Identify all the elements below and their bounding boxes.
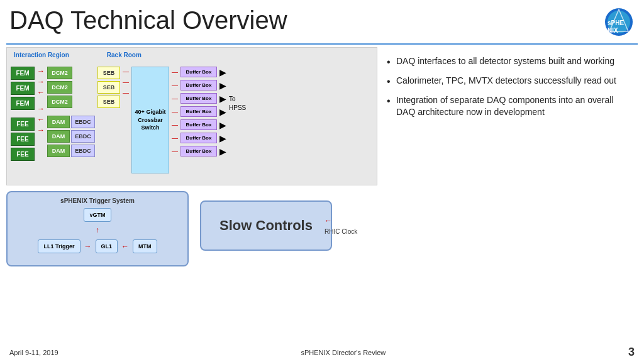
dcm-box-2: DCM2 xyxy=(47,81,72,94)
ebdc-box-1: EBDC xyxy=(71,116,95,128)
footer-event: sPHENIX Director's Review xyxy=(301,349,386,356)
fee-box-1: FEE xyxy=(11,118,35,131)
crossbar-label: 40+ GigabitCrossbarSwitch xyxy=(135,108,166,132)
seb-box-1: SEB xyxy=(97,67,120,79)
trigger-title: sPHENIX Trigger System xyxy=(13,197,182,204)
footer: April 9-11, 2019 sPHENIX Director's Revi… xyxy=(0,346,644,359)
gl1-box: GL1 xyxy=(96,239,118,253)
rhic-clock-area: ← RHIC Clock xyxy=(325,216,357,241)
trigger-bottom-row: LL1 Trigger → GL1 ← MTM xyxy=(13,239,182,253)
slow-controls-area: Slow Controls xyxy=(200,207,332,251)
bullet-list: DAQ interfaces to all detector systems b… xyxy=(387,55,631,118)
sphenix-logo: sPHE NIX xyxy=(584,6,635,41)
vgtm-box: vGTM xyxy=(84,208,111,222)
buffer-box-1: Buffer Box xyxy=(180,67,217,77)
main-content: Interaction Region Rack Room FEM FEM FEM… xyxy=(0,47,644,270)
bullet-item-1: DAQ interfaces to all detector systems b… xyxy=(387,55,631,67)
fem-arrows: → → ← → ← → xyxy=(37,67,45,134)
seb-arrows: — — — xyxy=(123,67,129,97)
bottom-diagram: sPHENIX Trigger System vGTM ↑ LL1 Trigge… xyxy=(6,188,377,270)
footer-date: April 9-11, 2019 xyxy=(9,349,58,356)
ebdc-box-2: EBDC xyxy=(71,130,95,143)
ll1-trigger-box: LL1 Trigger xyxy=(38,239,80,253)
buffer-box-6: Buffer Box xyxy=(180,133,217,143)
bullet-item-3: Integration of separate DAQ components i… xyxy=(387,94,631,118)
ebdc-box-3: EBDC xyxy=(71,145,95,157)
interaction-region-label: Interaction Region xyxy=(14,52,69,58)
rhic-clock-label: RHIC Clock xyxy=(325,228,357,235)
vgtm-row: vGTM xyxy=(13,208,182,222)
header: DAQ Technical Overview sPHE NIX xyxy=(0,0,644,41)
diagram-area: Interaction Region Rack Room FEM FEM FEM… xyxy=(6,47,377,270)
dcm-box-1: DCM2 xyxy=(47,67,72,79)
slow-controls-box: Slow Controls xyxy=(200,200,332,251)
crossbar-arrows: — — — — — — — xyxy=(172,67,178,156)
mtm-gl1-arrow: ← xyxy=(121,242,129,251)
rhic-clock-arrow: ← xyxy=(325,216,357,225)
seb-box-2: SEB xyxy=(97,81,120,94)
mtm-box: MTM xyxy=(133,239,157,253)
output-arrows: ▶ ▶ ▶ ▶ ▶ ▶ ▶ xyxy=(219,67,226,156)
to-hpss-label: ToHPSS xyxy=(229,95,246,112)
buffer-box-7: Buffer Box xyxy=(180,146,217,156)
dam-box-3: DAM xyxy=(47,145,70,157)
fee-box-3: FEE xyxy=(11,148,35,161)
right-panel: DAQ interfaces to all detector systems b… xyxy=(380,47,638,270)
dam-box-1: DAM xyxy=(47,116,70,128)
header-divider xyxy=(6,43,638,45)
dcm-box-3: DCM2 xyxy=(47,96,72,108)
buffer-box-3: Buffer Box xyxy=(180,93,217,104)
rack-room-label: Rack Room xyxy=(107,52,142,58)
dcm-dam-column: DCM2 DCM2 DCM2 DAM EBDC DAM EBDC DAM EBD… xyxy=(47,67,95,157)
fee-box-2: FEE xyxy=(11,133,35,146)
fem-column: FEM FEM FEM FEE FEE FEE xyxy=(11,67,35,161)
buffer-column: Buffer Box Buffer Box Buffer Box Buffer … xyxy=(180,67,217,156)
ll1-gl1-arrow: → xyxy=(84,242,92,251)
region-labels: Interaction Region Rack Room xyxy=(11,52,373,58)
crossbar-switch: 40+ GigabitCrossbarSwitch xyxy=(131,67,169,173)
top-diagram: Interaction Region Rack Room FEM FEM FEM… xyxy=(6,47,377,185)
trigger-system-box: sPHENIX Trigger System vGTM ↑ LL1 Trigge… xyxy=(6,191,189,266)
dam-box-2: DAM xyxy=(47,130,70,143)
vgtm-down-arrow: ↑ xyxy=(13,226,182,234)
page-number: 3 xyxy=(628,346,635,359)
diagram-inner: FEM FEM FEM FEE FEE FEE → → ← → ← → xyxy=(11,60,373,180)
buffer-box-5: Buffer Box xyxy=(180,119,217,130)
seb-column: SEB SEB SEB xyxy=(97,67,120,108)
slow-controls-label: Slow Controls xyxy=(219,217,313,234)
svg-text:sPHE: sPHE xyxy=(608,19,624,26)
fem-box-1: FEM xyxy=(11,67,35,80)
svg-text:NIX: NIX xyxy=(608,27,618,34)
buffer-box-4: Buffer Box xyxy=(180,106,217,117)
fem-box-3: FEM xyxy=(11,97,35,110)
bullet-item-2: Calorimeter, TPC, MVTX detectors success… xyxy=(387,75,631,87)
page-title: DAQ Technical Overview xyxy=(9,6,287,34)
buffer-box-2: Buffer Box xyxy=(180,80,217,90)
seb-box-3: SEB xyxy=(97,96,120,108)
fem-box-2: FEM xyxy=(11,82,35,95)
